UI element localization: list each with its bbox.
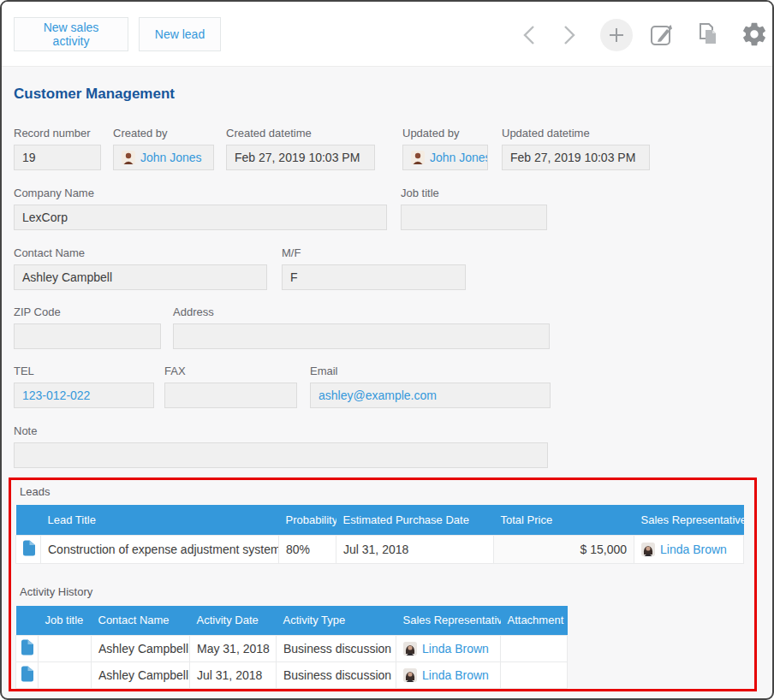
user-avatar-linda [403, 668, 417, 682]
ah-activity-date-cell: Jul 31, 2018 [190, 661, 277, 688]
ah-header-job-title: Job title [39, 606, 92, 635]
updated-by-user-link[interactable]: John Jones [430, 151, 488, 164]
activity-record-open-cell[interactable] [16, 635, 39, 661]
email-value: ashley@example.com [310, 383, 551, 408]
field-tel: TEL 123-012-022 [14, 365, 154, 408]
document-icon [21, 644, 33, 658]
add-record-button[interactable] [600, 19, 633, 51]
contact-name-value: Ashley Campbell [14, 264, 267, 290]
fax-value [164, 383, 297, 408]
ah-sales-representative-link[interactable]: Linda Brown [422, 642, 489, 656]
copy-pages-icon [695, 37, 721, 50]
created-by-value: John Jones [113, 145, 214, 170]
new-lead-button[interactable]: New lead [139, 17, 221, 51]
lead-estimated-purchase-date-cell: Jul 31, 2018 [336, 535, 494, 563]
field-created-datetime: Created datetime Feb 27, 2019 10:03 PM [226, 127, 375, 170]
document-icon [21, 671, 33, 685]
zip-code-label: ZIP Code [14, 306, 161, 318]
ah-contact-name-cell: Ashley Campbell [92, 635, 190, 661]
leads-header-sales-representative: Sales Representative [634, 505, 744, 535]
email-link[interactable]: ashley@example.com [319, 389, 437, 402]
ah-activity-type-cell: Business discussion [277, 635, 396, 661]
field-email: Email ashley@example.com [310, 365, 551, 408]
leads-header-total-price: Total Price [494, 505, 634, 535]
ah-header-contact-name: Contact Name [92, 606, 190, 635]
field-zip-code: ZIP Code [14, 306, 161, 349]
edit-record-button[interactable] [647, 21, 675, 50]
mf-label: M/F [282, 246, 466, 259]
edit-pencil-icon [647, 38, 675, 50]
user-avatar-john [122, 151, 135, 164]
page-title: Customer Management [14, 86, 175, 103]
leads-header-probability: Probability [279, 505, 336, 535]
field-updated-datetime: Updated datetime Feb 27, 2019 10:03 PM [502, 127, 650, 170]
company-name-value: LexCorp [14, 205, 387, 230]
leads-header-icon [16, 505, 41, 535]
record-number-label: Record number [14, 127, 101, 139]
field-fax: FAX [164, 365, 297, 408]
updated-by-value: John Jones [402, 145, 488, 170]
created-by-user-link[interactable]: John Jones [140, 151, 202, 164]
lead-sales-representative-cell: Linda Brown [634, 535, 744, 563]
activity-history-row: Ashley Campbell May 31, 2018 Business di… [16, 635, 568, 661]
address-value [173, 323, 550, 349]
zip-code-value [14, 323, 161, 349]
company-name-label: Company Name [14, 187, 387, 199]
field-job-title: Job title [401, 187, 547, 230]
ah-attachment-cell [501, 635, 568, 661]
gear-icon [741, 38, 768, 50]
field-company-name: Company Name LexCorp [14, 187, 387, 230]
lead-sales-representative-link[interactable]: Linda Brown [660, 543, 727, 556]
ah-job-title-cell [39, 661, 92, 688]
lead-total-price-cell: $ 15,000 [494, 535, 634, 563]
field-record-number: Record number 19 [14, 127, 101, 170]
email-label: Email [310, 365, 551, 377]
mf-value: F [282, 264, 466, 290]
app-window: New sales activity New lead [0, 0, 774, 700]
document-icon [22, 545, 35, 559]
duplicate-record-button[interactable] [695, 21, 721, 50]
updated-datetime-label: Updated datetime [502, 127, 650, 139]
fax-label: FAX [164, 365, 297, 377]
activity-history-section-label: Activity History [20, 585, 92, 598]
address-label: Address [173, 306, 550, 318]
created-datetime-label: Created datetime [226, 127, 375, 139]
updated-by-label: Updated by [402, 127, 488, 139]
next-record-button[interactable] [556, 22, 581, 50]
created-by-label: Created by [113, 127, 214, 139]
ah-attachment-cell [501, 661, 568, 688]
ah-sales-representative-link[interactable]: Linda Brown [422, 668, 489, 682]
lead-record-open-cell[interactable] [16, 535, 41, 563]
leads-header-lead-title: Lead Title [41, 505, 279, 535]
field-address: Address [173, 306, 550, 349]
created-datetime-value: Feb 27, 2019 10:03 PM [226, 145, 375, 170]
job-title-value [401, 205, 547, 230]
ah-header-activity-date: Activity Date [190, 606, 277, 635]
activity-history-row: Ashley Campbell Jul 31, 2018 Business di… [16, 661, 568, 688]
ah-header-icon [16, 606, 39, 635]
leads-section-label: Leads [20, 485, 50, 498]
prev-record-button[interactable] [517, 22, 543, 50]
activity-history-header-row: Job title Contact Name Activity Date Act… [16, 606, 568, 635]
ah-header-sales-representative: Sales Representative [396, 606, 501, 635]
ah-sales-representative-cell: Linda Brown [396, 635, 501, 661]
ah-contact-name-cell: Ashley Campbell [92, 661, 190, 688]
job-title-label: Job title [401, 187, 547, 199]
field-created-by: Created by John Jones [113, 127, 214, 170]
activity-record-open-cell[interactable] [16, 661, 39, 688]
tel-label: TEL [14, 365, 154, 377]
ah-activity-type-cell: Business discussion [277, 661, 396, 688]
new-sales-activity-button[interactable]: New sales activity [14, 17, 128, 51]
plus-icon [600, 19, 633, 51]
leads-header-row: Lead Title Probability Estimated Purchas… [16, 505, 744, 535]
tel-link[interactable]: 123-012-022 [22, 389, 90, 402]
settings-button[interactable] [741, 21, 768, 50]
ah-header-attachment: Attachment [501, 606, 568, 635]
user-avatar-linda [403, 642, 417, 656]
chevron-right-icon [556, 38, 581, 50]
ah-header-activity-type: Activity Type [277, 606, 396, 635]
ah-job-title-cell [39, 635, 92, 661]
ah-activity-date-cell: May 31, 2018 [190, 635, 277, 661]
lead-title-cell: Construction of expense adjustment syste… [41, 535, 279, 563]
field-note: Note [14, 424, 548, 468]
